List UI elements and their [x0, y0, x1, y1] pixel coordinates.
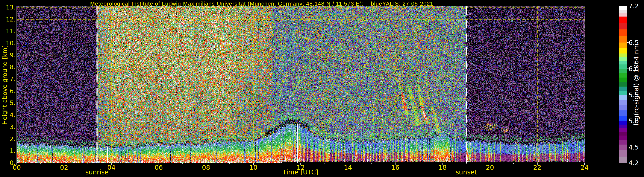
- x-tick-mark: [111, 163, 112, 165]
- colorbar-segment: [619, 135, 627, 140]
- colorbar-segment: [619, 156, 627, 163]
- colorbar-segment: [619, 144, 627, 150]
- x-tick-label: 02: [60, 164, 68, 171]
- x-tick-mark: [230, 163, 230, 164]
- x-tick-label: 06: [154, 164, 163, 171]
- colorbar-segment: [619, 132, 627, 135]
- colorbar-segment: [619, 95, 627, 100]
- colorbar-segment: [619, 73, 627, 78]
- x-tick-mark: [135, 163, 135, 164]
- colorbar-tick-label: 7.2: [628, 2, 639, 10]
- colorbar-segment: [619, 150, 627, 156]
- x-tick-label: 20: [486, 164, 494, 171]
- colorbar-segment: [619, 23, 627, 30]
- colorbar-tick-mark: [627, 147, 628, 147]
- colorbar-tick-mark: [627, 6, 628, 6]
- colorbar-tick-label: 4.2: [628, 159, 639, 167]
- colorbar-segment: [619, 57, 627, 61]
- x-tick-mark: [64, 163, 64, 165]
- x-tick-mark: [16, 163, 17, 165]
- colorbar-segment: [619, 116, 627, 121]
- x-tick-mark: [206, 163, 206, 165]
- colorbar-segment: [619, 36, 627, 43]
- colorbar-segment: [619, 6, 627, 10]
- x-tick-mark: [395, 163, 396, 165]
- colorbar-segment: [619, 140, 627, 144]
- colorbar-segment: [619, 91, 627, 95]
- x-tick-mark: [40, 163, 40, 164]
- x-tick-mark: [88, 163, 88, 164]
- colorbar-tick-mark: [627, 95, 628, 95]
- colorbar-segment: [619, 105, 627, 110]
- colorbar-segment: [619, 78, 627, 82]
- x-tick-label: 14: [344, 164, 352, 171]
- colorbar-segment: [619, 54, 627, 57]
- colorbar-segment: [619, 121, 627, 125]
- x-tick-mark: [584, 163, 585, 165]
- sunrise-label: sunrise: [86, 168, 108, 176]
- x-tick-mark: [442, 163, 443, 165]
- sunset-label: sunset: [456, 168, 477, 176]
- x-tick-label: 22: [533, 164, 541, 171]
- x-tick-label: 16: [391, 164, 399, 171]
- x-tick-mark: [277, 163, 277, 164]
- x-tick-mark: [513, 163, 514, 164]
- x-tick-mark: [300, 163, 301, 165]
- colorbar-segment: [619, 43, 627, 48]
- colorbar-segment: [619, 13, 627, 17]
- x-axis-title: Time [UTC]: [282, 168, 318, 176]
- x-tick-mark: [348, 163, 348, 165]
- colorbar-segment: [619, 125, 627, 128]
- x-tick-mark: [537, 163, 538, 165]
- colorbar-segment: [619, 69, 627, 73]
- x-tick-label: 24: [580, 164, 589, 171]
- colorbar-tick-mark: [627, 163, 628, 163]
- colorbar-segment: [619, 48, 627, 54]
- colorbar-segment: [619, 110, 627, 116]
- x-tick-mark: [372, 163, 372, 164]
- x-tick-label: 10: [249, 164, 257, 171]
- x-tick-label: 18: [438, 164, 446, 171]
- colorbar-segment: [619, 61, 627, 64]
- colorbar-segment: [619, 10, 627, 13]
- lidar-heatmap-canvas: [17, 7, 584, 163]
- x-tick-label: 00: [13, 164, 21, 171]
- colorbar-segment: [619, 30, 627, 36]
- x-tick-mark: [419, 163, 419, 164]
- colorbar-tick-mark: [627, 121, 628, 121]
- x-tick-mark: [561, 163, 561, 164]
- colorbar: [619, 6, 627, 163]
- x-tick-mark: [490, 163, 490, 165]
- x-tick-mark: [158, 163, 159, 165]
- colorbar-segment: [619, 17, 627, 23]
- x-tick-mark: [466, 163, 466, 164]
- colorbar-segment: [619, 128, 627, 132]
- x-tick-mark: [182, 163, 182, 164]
- colorbar-tick-mark: [627, 69, 628, 69]
- x-tick-mark: [253, 163, 254, 165]
- colorbar-segment: [619, 87, 627, 91]
- lidar-quicklook-page: Meteorological Institute of Ludwig-Maxim…: [0, 0, 644, 177]
- colorbar-tick-mark: [627, 42, 628, 43]
- x-tick-mark: [324, 163, 324, 164]
- colorbar-title: log(rc-signal) @ 1064 nm: [632, 12, 640, 158]
- colorbar-segment: [619, 100, 627, 105]
- colorbar-segment: [619, 64, 627, 69]
- colorbar-segment: [619, 82, 627, 86]
- y-axis-title: Height above ground [km]: [1, 4, 8, 167]
- x-tick-label: 08: [202, 164, 210, 171]
